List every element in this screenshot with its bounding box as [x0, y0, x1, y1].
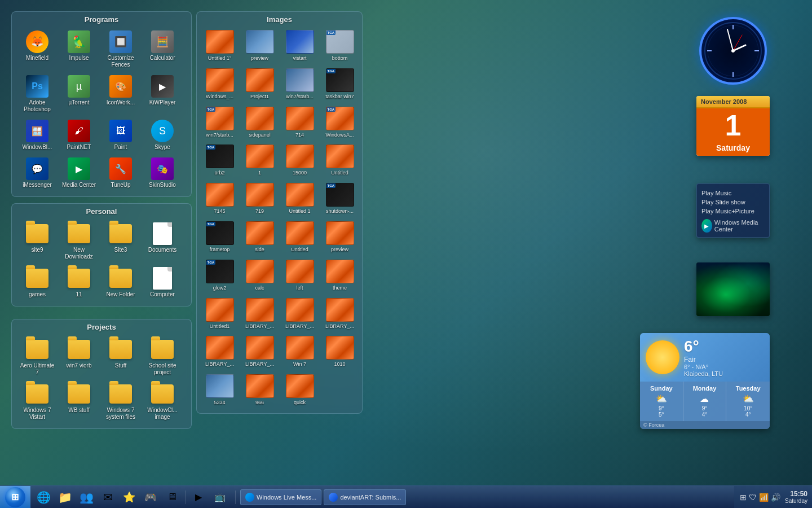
tga-badge: TGA: [206, 107, 216, 112]
img-untitled1b[interactable]: Untitled 1: [281, 181, 318, 216]
forecast-monday-icon: ☁: [686, 393, 724, 404]
folder-games[interactable]: games: [17, 265, 57, 300]
folder-site9[interactable]: site9: [17, 220, 57, 262]
app-mediacenter[interactable]: ▶ Media Center: [59, 155, 99, 191]
img-windowsa[interactable]: TGA WindowsA...: [321, 105, 358, 140]
img-1010[interactable]: 1010: [321, 334, 358, 369]
folder-downloadz[interactable]: New Downloadz: [59, 220, 99, 262]
img-vistart[interactable]: vistart: [281, 28, 318, 63]
media-play-slideshow[interactable]: Play Slide show: [701, 198, 765, 207]
taskbar-users[interactable]: 👥: [76, 487, 96, 507]
start-button[interactable]: ⊞: [0, 486, 30, 509]
folder-site3[interactable]: Site3: [101, 220, 140, 262]
app-paint[interactable]: 🖼 Paint: [101, 117, 140, 153]
folder-windowcl[interactable]: WindowCl... image: [143, 380, 182, 423]
img-taskbarwin7[interactable]: TGA taskbar win7: [321, 67, 358, 102]
img-win7starb[interactable]: win7/starb...: [281, 67, 318, 102]
folder-school[interactable]: School site project: [143, 336, 182, 378]
tray-misc-icon[interactable]: 📶: [759, 493, 769, 502]
img-library4[interactable]: LIBRARY_...: [201, 334, 238, 369]
img-left[interactable]: left: [281, 258, 318, 293]
img-untitled-b[interactable]: Untitled: [281, 220, 318, 255]
app-photoshop[interactable]: Ps Adobe Photoshop: [17, 73, 57, 115]
folder-win7vistart[interactable]: Windows 7 Vistart: [17, 380, 57, 423]
img-sidepanel[interactable]: sidepanel: [241, 105, 278, 140]
file-documents[interactable]: Documents: [143, 220, 182, 262]
img-library3[interactable]: LIBRARY_...: [321, 296, 358, 331]
app-impulse[interactable]: 🦜 Impulse: [59, 28, 99, 71]
folder-stuff[interactable]: Stuff: [101, 336, 140, 378]
img-glow2[interactable]: TGA glow2: [201, 258, 238, 293]
taskbar-window-deviantart[interactable]: deviantART: Submis...: [324, 489, 406, 505]
img-project1[interactable]: Project1: [241, 67, 278, 102]
app-calculator[interactable]: 🧮 Calculator: [143, 28, 182, 71]
app-messenger[interactable]: 💬 iMessenger: [17, 155, 57, 191]
img-719[interactable]: 719: [241, 181, 278, 216]
tray-clock[interactable]: 15:50 Saturday: [785, 490, 807, 504]
img-untitled1c[interactable]: Untitled1: [201, 296, 238, 331]
img-preview[interactable]: preview: [241, 28, 278, 63]
img-orb2[interactable]: TGA orb2: [201, 143, 238, 178]
img-library2[interactable]: LIBRARY_...: [281, 296, 318, 331]
app-utorrent[interactable]: µ µTorrent: [59, 73, 99, 115]
windowblinds-label: WindowBl...: [23, 144, 52, 151]
taskbar-window-messenger[interactable]: Windows Live Mess...: [240, 489, 321, 505]
img-theme[interactable]: theme: [321, 258, 358, 293]
folder-wbstuff[interactable]: WB stuff: [59, 380, 99, 423]
img-untitled1[interactable]: Untitled 1°: [201, 28, 238, 63]
img-win7starb2[interactable]: TGA win7/starb...: [201, 105, 238, 140]
folder-aero-ultimate[interactable]: Aero Ultimate 7: [17, 336, 57, 378]
app-fences[interactable]: 🔲 Customize Fences: [101, 28, 140, 71]
img-calc[interactable]: calc: [241, 258, 278, 293]
wmc-name: Windows Media Center: [714, 219, 765, 233]
media-play-music[interactable]: Play Music: [701, 189, 765, 198]
img-library1[interactable]: LIBRARY_...: [241, 296, 278, 331]
app-skype[interactable]: S Skype: [143, 117, 182, 153]
tray-antivirus-icon[interactable]: 🛡: [749, 493, 757, 502]
img-15000[interactable]: 15000: [281, 143, 318, 178]
taskbar-ie[interactable]: 🌐: [33, 487, 54, 507]
folder-new[interactable]: New Folder: [101, 265, 140, 300]
img-library5[interactable]: LIBRARY_...: [241, 334, 278, 369]
taskbar-star[interactable]: ⭐: [119, 487, 139, 507]
app-iconworks[interactable]: 🎨 IconWork...: [101, 73, 140, 115]
img-7145[interactable]: 7145: [201, 181, 238, 216]
img-shutdown[interactable]: TGA shutdown-...: [321, 181, 358, 216]
taskbar-extra1[interactable]: ▶: [188, 487, 209, 507]
folder-win7viorb[interactable]: win7 viorb: [59, 336, 99, 378]
app-tuneup[interactable]: 🔧 TuneUp: [101, 155, 140, 191]
app-windowblinds[interactable]: 🪟 WindowBl...: [17, 117, 57, 153]
file-computer[interactable]: Computer: [143, 265, 182, 300]
tray-network-icon[interactable]: ⊞: [740, 493, 747, 502]
folder-11[interactable]: 11: [59, 265, 99, 300]
img-714[interactable]: 714: [281, 105, 318, 140]
app-minefield[interactable]: 🦊 Minefield: [17, 28, 57, 71]
computer-label: Computer: [150, 291, 175, 298]
taskbar-gamepad[interactable]: 🎮: [140, 487, 161, 507]
img-5334[interactable]: 5334: [201, 373, 238, 408]
img-quick[interactable]: quick: [281, 373, 318, 408]
media-play-music-picture[interactable]: Play Music+Picture: [701, 207, 765, 216]
taskbar-extra2[interactable]: 📺: [210, 487, 230, 507]
img-side[interactable]: side: [241, 220, 278, 255]
img-untitled-a[interactable]: Untitled: [321, 143, 358, 178]
img-win7[interactable]: Win 7: [281, 334, 318, 369]
taskbar-separator1: [185, 491, 186, 504]
img-1[interactable]: 1: [241, 143, 278, 178]
app-skinstudio[interactable]: 🎭 SkinStudio: [143, 155, 182, 191]
img-windows[interactable]: Windows_...: [201, 67, 238, 102]
app-paintnet[interactable]: 🖌 PaintNET: [59, 117, 99, 153]
taskbar-mail[interactable]: ✉: [98, 487, 118, 507]
tray-sound-icon[interactable]: 🔊: [771, 493, 780, 502]
app-kmplayer[interactable]: ▶ KiWPlayer: [143, 73, 182, 115]
widget-photo: [696, 262, 770, 316]
img-frametop[interactable]: TGA frametop: [201, 220, 238, 255]
taskbar-explorer[interactable]: 📁: [55, 487, 75, 507]
impulse-icon: 🦜: [68, 30, 90, 53]
img-bottom[interactable]: TGA bottom: [321, 28, 358, 63]
img-preview2[interactable]: preview: [321, 220, 358, 255]
folder-aero-icon: [26, 338, 48, 361]
img-966[interactable]: 966: [241, 373, 278, 408]
taskbar-monitor[interactable]: 🖥: [162, 487, 182, 507]
folder-win7sysfiles[interactable]: Windows 7 system files: [101, 380, 140, 423]
